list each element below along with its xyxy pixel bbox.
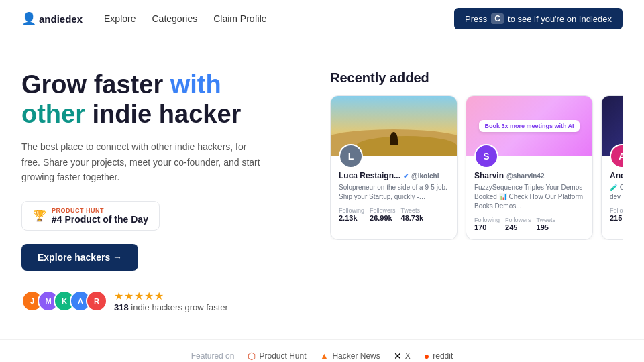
avatar-group: J M K A R [21, 290, 107, 312]
profile-card-sharvin: Book 3x more meetings with AI S Sharvin … [466, 95, 593, 240]
card-stats-1: Following 2.13k Followers 26.99k Tweets … [339, 207, 449, 222]
recently-title: Recently added [330, 70, 623, 86]
social-proof: J M K A R ★★★★★ 318 indie hackers grow f… [21, 290, 303, 312]
logo-text: andiedex [39, 13, 83, 25]
nav-categories[interactable]: Categories [152, 13, 198, 24]
reddit-icon: ● [424, 351, 429, 361]
card-avatar-wrap-2: S [466, 144, 592, 168]
verified-icon-1: ✔ [403, 172, 409, 180]
hn-icon: ▲ [320, 351, 329, 361]
hero-left: Grow faster with other indie hacker The … [21, 70, 303, 312]
featured-reddit: ● reddit [424, 351, 453, 361]
card-avatar-wrap-3: A [602, 144, 623, 168]
card-avatar-wrap-1: L [331, 144, 457, 168]
profile-card-andreea: A Andreea Farc... @A... 🧪 Chemical engin… [601, 95, 623, 240]
featured-hackernews: ▲ Hacker News [320, 351, 380, 361]
logo[interactable]: 👤 andiedex [21, 11, 83, 26]
card-stats-3: Following 215 [610, 207, 623, 222]
recently-added: Recently added L Luca Restaign... ✔ [330, 70, 623, 240]
logo-icon: 👤 [21, 11, 36, 26]
card-avatar-1: L [339, 144, 363, 168]
nav-links: Explore Categories Claim Profile [104, 13, 267, 24]
card-name-1: Luca Restaign... ✔ @ikolchi [339, 171, 449, 180]
profile-card-luca: L Luca Restaign... ✔ @ikolchi Solopreneu… [330, 95, 458, 240]
avatar: R [86, 290, 107, 312]
featured-bar: Featured on ⬡ Product Hunt ▲ Hacker News… [0, 339, 644, 362]
social-proof-text: 318 indie hackers grow faster [114, 302, 228, 312]
nav-claim-profile[interactable]: Claim Profile [213, 13, 266, 24]
star-rating: ★★★★★ [114, 290, 228, 302]
card-desc-2: FuzzySequence Triples Your Demos Booked … [474, 183, 584, 211]
press-c-button[interactable]: Press C to see if you're on Indiedex [454, 8, 623, 29]
badge-label: PRODUCT HUNT [52, 207, 148, 214]
explore-hackers-button[interactable]: Explore hackers → [21, 244, 138, 271]
card-desc-3: 🧪 Chemical engineer... Frontend dev by p… [610, 183, 623, 202]
card-avatar-3: A [610, 144, 623, 168]
badge-value: #4 Product of the Day [52, 214, 148, 225]
press-suffix: to see if you're on Indiedex [508, 14, 612, 24]
ph-icon: ⬡ [248, 351, 256, 361]
hero-title: Grow faster with other indie hacker [21, 70, 303, 129]
navbar: 👤 andiedex Explore Categories Claim Prof… [0, 0, 644, 38]
key-c-badge: C [491, 13, 504, 24]
card-desc-1: Solopreneur on the side of a 9-5 job. Sh… [339, 183, 449, 202]
x-icon: ✕ [394, 351, 402, 361]
nav-right: Press C to see if you're on Indiedex [454, 8, 623, 29]
banner-inner-text: Book 3x more meetings with AI [479, 120, 579, 132]
card-stats-2: Following 170 Followers 245 Tweets 195 [474, 217, 584, 231]
card-name-3: Andreea Farc... @A... [610, 171, 623, 180]
card-avatar-2: S [474, 144, 498, 168]
nav-explore[interactable]: Explore [104, 13, 136, 24]
profile-cards: L Luca Restaign... ✔ @ikolchi Solopreneu… [330, 95, 623, 240]
product-hunt-badge[interactable]: 🏆 PRODUCT HUNT #4 Product of the Day [21, 201, 160, 231]
producthunt-icon: 🏆 [33, 209, 46, 222]
hero-section: Grow faster with other indie hacker The … [0, 38, 644, 334]
featured-x: ✕ X [394, 351, 411, 361]
card-name-2: Sharvin @sharvin42 [474, 171, 584, 180]
press-label: Press [465, 14, 487, 24]
hero-subtitle: The best place to connect with other ind… [21, 139, 263, 184]
featured-label: Featured on [191, 351, 235, 361]
featured-producthunt: ⬡ Product Hunt [248, 351, 306, 361]
